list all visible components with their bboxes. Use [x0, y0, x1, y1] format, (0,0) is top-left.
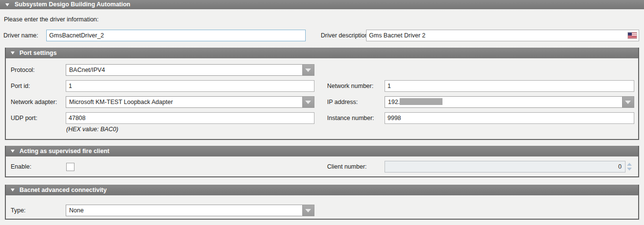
udp-port-label: UDP port: [11, 112, 37, 124]
chevron-down-icon [305, 209, 311, 212]
dropdown-button[interactable] [622, 97, 634, 107]
chevron-down-icon [625, 101, 631, 104]
port-settings-section: Port settings Protocol: BACnet/IPV4 Port… [5, 48, 639, 140]
type-dropdown[interactable]: None [66, 205, 314, 216]
udp-port-input[interactable] [66, 112, 314, 124]
enable-label: Enable: [11, 161, 31, 173]
ip-address-value: 192. [388, 97, 621, 107]
client-number-value: 0 [618, 161, 622, 172]
subsystem-section-header[interactable]: Subsystem Desigo Building Automation [0, 0, 644, 9]
fire-client-title: Acting as supervised fire client [19, 146, 110, 156]
driver-name-input[interactable] [46, 30, 306, 41]
redacted-ip-block [400, 98, 442, 105]
instance-number-input[interactable] [385, 112, 634, 124]
advanced-connectivity-title: Bacnet advanced connectivity [19, 185, 107, 195]
collapse-icon[interactable] [11, 189, 15, 191]
port-id-input[interactable] [66, 80, 314, 92]
network-adapter-value: Microsoft KM-TEST Loopback Adapter [69, 97, 301, 107]
advanced-connectivity-header[interactable]: Bacnet advanced connectivity [6, 185, 638, 195]
dropdown-button[interactable] [302, 205, 314, 216]
us-flag-icon [628, 33, 637, 38]
protocol-value: BACnet/IPV4 [69, 65, 301, 75]
chevron-down-icon [305, 69, 311, 72]
ip-address-label: IP address: [327, 96, 358, 108]
driver-description-field [366, 30, 639, 41]
advanced-connectivity-section: Bacnet advanced connectivity Type: None [5, 185, 639, 220]
collapse-icon[interactable] [11, 52, 15, 54]
collapse-icon[interactable] [5, 3, 9, 6]
instance-number-label: Instance number: [327, 112, 374, 124]
driver-description-input[interactable] [366, 30, 639, 41]
network-adapter-dropdown[interactable]: Microsoft KM-TEST Loopback Adapter [66, 96, 314, 108]
enable-checkbox[interactable] [66, 163, 74, 171]
flag-canton [628, 33, 632, 35]
client-number-field: 0 [385, 161, 626, 173]
subsystem-section-title: Subsystem Desigo Building Automation [15, 0, 130, 9]
network-number-input[interactable] [385, 80, 634, 92]
network-number-label: Network number: [327, 80, 373, 92]
port-settings-header[interactable]: Port settings [6, 48, 638, 58]
client-number-label: Client number: [327, 161, 367, 173]
spinner-up-icon[interactable] [627, 163, 632, 166]
port-id-label: Port id: [11, 80, 30, 92]
protocol-label: Protocol: [11, 64, 35, 76]
dropdown-button[interactable] [302, 97, 314, 107]
network-adapter-label: Network adapter: [11, 96, 57, 108]
fire-client-section: Acting as supervised fire client Enable:… [5, 146, 639, 177]
collapse-icon[interactable] [11, 150, 15, 153]
spinner-down-icon[interactable] [627, 168, 632, 171]
driver-name-label: Driver name: [3, 30, 38, 41]
dropdown-button[interactable] [302, 65, 314, 75]
udp-port-hex-note: (HEX value: BAC0) [66, 126, 118, 133]
fire-client-header[interactable]: Acting as supervised fire client [6, 146, 638, 156]
port-settings-title: Port settings [19, 48, 56, 58]
chevron-down-icon [305, 101, 311, 104]
type-label: Type: [11, 205, 26, 216]
intro-text: Please enter the driver information: [4, 16, 99, 23]
client-number-spinner[interactable] [626, 161, 632, 172]
driver-description-label: Driver description: [321, 30, 370, 41]
ip-address-dropdown[interactable]: 192. [385, 96, 634, 108]
protocol-dropdown[interactable]: BACnet/IPV4 [66, 64, 314, 76]
driver-config-panel: Subsystem Desigo Building Automation Ple… [0, 0, 644, 225]
type-value: None [69, 205, 301, 216]
